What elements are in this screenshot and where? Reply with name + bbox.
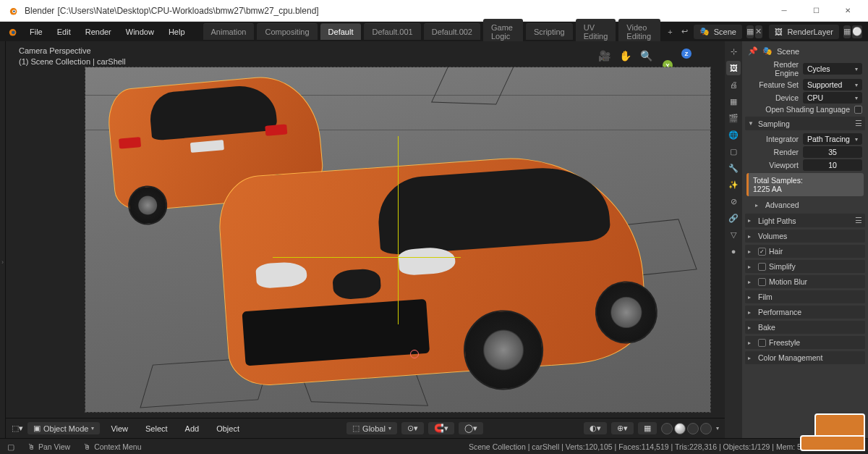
title-app: Blender: [25, 6, 54, 16]
vp-menu-view[interactable]: View: [104, 422, 135, 435]
vp-menu-select[interactable]: Select: [139, 422, 174, 435]
section-sampling[interactable]: ▼Sampling ☰: [745, 117, 865, 130]
section-lightpaths[interactable]: ▸Light Paths☰: [745, 214, 865, 227]
viewport-canvas[interactable]: [85, 67, 710, 412]
tab-output[interactable]: 🖨: [726, 77, 741, 92]
shading-options[interactable]: ▾: [716, 425, 719, 432]
freestyle-checkbox[interactable]: [758, 339, 766, 347]
section-performance[interactable]: ▸Performance: [745, 306, 865, 319]
viewport-samples-input[interactable]: 10: [803, 159, 862, 171]
motionblur-checkbox[interactable]: [758, 278, 766, 286]
workspace-tab[interactable]: Video Editing: [618, 19, 660, 44]
tab-particles[interactable]: ✨: [726, 177, 741, 192]
workspace-add-button[interactable]: +: [662, 25, 678, 39]
workspace-tab[interactable]: Scripting: [526, 23, 573, 40]
section-simplify[interactable]: ▸Simplify: [745, 260, 865, 273]
section-freestyle[interactable]: ▸Freestyle: [745, 336, 865, 349]
collapsed-toolbar[interactable]: ›: [0, 41, 6, 438]
xray-toggle[interactable]: ▦: [638, 422, 657, 434]
scene-icon: 🎭: [762, 46, 773, 56]
section-volumes[interactable]: ▸Volumes: [745, 230, 865, 243]
tab-physics[interactable]: ⊘: [726, 194, 741, 209]
simplify-checkbox[interactable]: [758, 263, 766, 271]
pivot-dropdown[interactable]: ⊙▾: [401, 422, 424, 434]
properties-panel: ⊹ 🖼 🖨 ▦ 🎬 🌐 ▢ 🔧 ✨ ⊘ 🔗 ▽ ● 📌 🎭 Scene Rend…: [725, 41, 868, 438]
pin-icon[interactable]: 📌: [748, 46, 758, 56]
device-dropdown[interactable]: CPU▾: [803, 92, 862, 104]
overlays-toggle[interactable]: ⊕▾: [611, 422, 634, 434]
workspace-tab[interactable]: Game Logic: [483, 19, 523, 44]
viewport-3d[interactable]: Camera Perspective (1) Scene Collection …: [6, 41, 725, 438]
viewport-samples-label: Viewport: [769, 161, 799, 169]
tab-viewlayer[interactable]: ▦: [726, 94, 741, 109]
zoom-icon[interactable]: 🔍: [640, 50, 652, 62]
section-bake[interactable]: ▸Bake: [745, 321, 865, 334]
renderlayer-selector[interactable]: 🖼 RenderLayer: [769, 25, 839, 39]
workspace-tab[interactable]: Default.001: [364, 23, 420, 40]
tab-data[interactable]: ▽: [726, 227, 741, 242]
delete-scene-button[interactable]: ✕: [755, 25, 762, 38]
menu-file[interactable]: File: [23, 25, 49, 38]
filter-button[interactable]: ⚪: [852, 25, 862, 38]
integrator-dropdown[interactable]: Path Tracing▾: [803, 133, 862, 145]
hair-checkbox[interactable]: [758, 248, 766, 256]
maximize-button[interactable]: ☐: [801, 1, 830, 21]
close-button[interactable]: ✕: [833, 1, 862, 21]
gizmo-toggle[interactable]: ◐▾: [584, 422, 607, 434]
property-tabs: ⊹ 🖼 🖨 ▦ 🎬 🌐 ▢ 🔧 ✨ ⊘ 🔗 ▽ ●: [725, 41, 742, 438]
viewport-info-text: Camera Perspective (1) Scene Collection …: [19, 46, 126, 68]
orientation-dropdown[interactable]: ⬚ Global ▾: [346, 422, 397, 434]
minimize-button[interactable]: ─: [770, 1, 799, 21]
back-icon[interactable]: ↩: [681, 27, 688, 36]
workspace-tab[interactable]: Compositing: [257, 23, 317, 40]
menu-help[interactable]: Help: [162, 25, 192, 38]
vp-menu-add[interactable]: Add: [179, 422, 206, 435]
tab-object[interactable]: ▢: [726, 144, 741, 159]
camera-view-icon[interactable]: 🎥: [598, 50, 610, 62]
section-advanced[interactable]: ▸Advanced: [745, 198, 865, 211]
z-axis[interactable]: Z: [681, 49, 692, 59]
engine-dropdown[interactable]: Cycles▾: [803, 63, 862, 75]
status-pan: 🖱Pan View: [27, 442, 70, 451]
workspace-tab[interactable]: Default: [320, 23, 362, 40]
workspace-tab[interactable]: Default.002: [424, 23, 480, 40]
blender-logo-icon[interactable]: [6, 25, 17, 38]
render-samples-input[interactable]: 35: [803, 146, 862, 158]
section-colormgmt[interactable]: ▸Color Management: [745, 351, 865, 364]
menu-render[interactable]: Render: [79, 25, 118, 38]
material-shading[interactable]: [687, 423, 699, 434]
scene-selector[interactable]: 🎭 Scene: [694, 25, 742, 39]
device-label: Device: [775, 93, 799, 102]
menu-window[interactable]: Window: [119, 25, 161, 38]
section-film[interactable]: ▸Film: [745, 290, 865, 303]
tab-modifiers[interactable]: 🔧: [726, 161, 741, 175]
tab-active-tool[interactable]: ⊹: [726, 44, 741, 59]
feature-dropdown[interactable]: Supported▾: [803, 79, 862, 91]
proportional-button[interactable]: ◯▾: [459, 422, 483, 434]
tab-scene[interactable]: 🎬: [726, 111, 741, 125]
osl-checkbox[interactable]: [854, 106, 862, 114]
workspace-tab[interactable]: Animation: [203, 23, 255, 40]
snap-button[interactable]: 🧲▾: [428, 422, 454, 434]
object-mode-icon: ▣: [33, 424, 41, 433]
mode-dropdown[interactable]: ▣ Object Mode ▾: [27, 422, 100, 434]
new-scene-button[interactable]: ▦: [746, 25, 754, 38]
select-box-icon[interactable]: ▢: [7, 442, 14, 451]
wireframe-shading[interactable]: [661, 423, 673, 434]
section-motionblur[interactable]: ▸Motion Blur: [745, 275, 865, 288]
workspace-tab[interactable]: UV Editing: [576, 19, 616, 44]
rendered-shading[interactable]: [700, 423, 712, 434]
tab-material[interactable]: ●: [726, 244, 741, 258]
vp-menu-object[interactable]: Object: [210, 422, 246, 435]
car-front: [216, 149, 650, 388]
menu-edit[interactable]: Edit: [51, 25, 77, 38]
preset-icon[interactable]: ☰: [855, 119, 862, 128]
section-hair[interactable]: ▸Hair: [745, 245, 865, 258]
pan-icon[interactable]: ✋: [619, 50, 631, 62]
tab-constraints[interactable]: 🔗: [726, 211, 741, 225]
tab-world[interactable]: 🌐: [726, 127, 741, 142]
tab-render[interactable]: 🖼: [726, 61, 741, 75]
editor-type-icon[interactable]: ⬚▾: [12, 424, 23, 433]
new-layer-button[interactable]: ▦: [843, 25, 851, 38]
solid-shading[interactable]: [674, 423, 686, 434]
